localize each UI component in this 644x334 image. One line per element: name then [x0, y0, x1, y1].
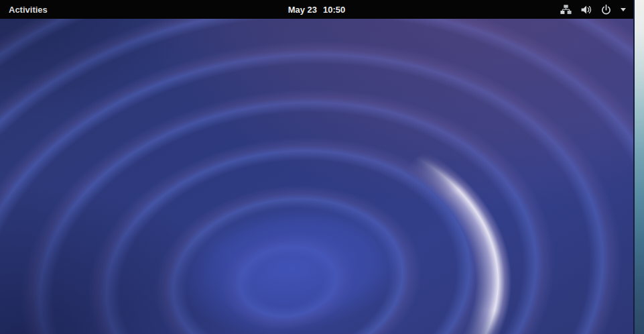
clock-button[interactable]: May 23 10:50 [288, 0, 346, 19]
clock-time: 10:50 [323, 5, 345, 15]
power-icon [600, 4, 612, 15]
wallpaper-purple-tint [0, 0, 633, 334]
volume-high-icon [580, 4, 592, 15]
wallpaper-ripple-rings [0, 0, 633, 334]
wallpaper-vignette [0, 0, 633, 334]
desktop-screen: Activities May 23 10:50 [0, 0, 644, 334]
network-wired-icon [560, 4, 572, 15]
right-edge-strip [633, 0, 644, 334]
wallpaper-base [0, 0, 633, 334]
wallpaper-highlight-arc [64, 111, 533, 334]
clock-date: May 23 [288, 5, 317, 15]
top-bar: Activities May 23 10:50 [0, 0, 633, 19]
system-menu-button[interactable] [553, 0, 633, 19]
desktop: Activities May 23 10:50 [0, 0, 633, 334]
dropdown-arrow-icon [621, 8, 626, 11]
activities-button[interactable]: Activities [0, 0, 56, 19]
wallpaper-inner-pool [134, 165, 450, 334]
